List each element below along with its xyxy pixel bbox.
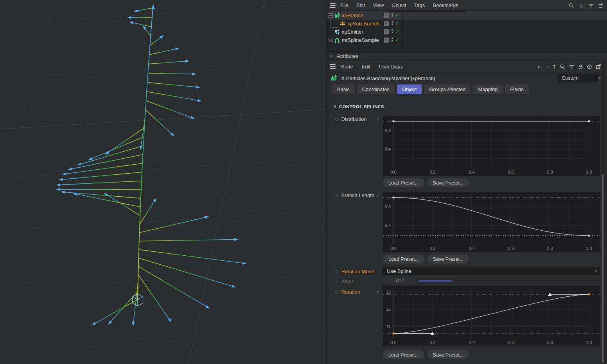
param-branch-length-label: ◇ Branch Length › [327, 191, 383, 199]
svg-text:0.8: 0.8 [385, 128, 391, 133]
attributes-panel-title: Attributes [337, 53, 358, 59]
layer-toggle-dots[interactable] [391, 29, 393, 33]
home-icon[interactable]: ⌂ [578, 2, 584, 9]
object-row-mtsplinesample[interactable]: + mtSplineSample ✎ ✓ [327, 36, 607, 44]
tab-groups-affected[interactable]: Groups Affected [424, 84, 471, 94]
svg-text:0.0: 0.0 [390, 246, 396, 251]
svg-text:0.2: 0.2 [429, 340, 435, 345]
section-control-splines[interactable]: ▼ CONTROL SPLINES [327, 102, 607, 111]
object-name[interactable]: xpSub-Branch [347, 21, 379, 27]
external-link-icon[interactable] [595, 64, 602, 70]
section-title: CONTROL SPLINES [339, 104, 384, 109]
expand-expander-icon[interactable]: + [329, 38, 333, 42]
expand-arrow-icon[interactable]: › [377, 289, 379, 295]
filter-icon[interactable] [588, 2, 594, 9]
load-preset-button[interactable]: Load Preset... [383, 255, 424, 264]
svg-text:0.6: 0.6 [508, 246, 514, 251]
menu-user-data[interactable]: User Data [379, 64, 402, 70]
svg-text:0.8: 0.8 [385, 204, 391, 209]
external-link-icon[interactable] [598, 2, 604, 9]
diamond-icon[interactable]: ◇ [335, 289, 338, 294]
menu-mode[interactable]: Mode [340, 64, 353, 70]
tab-mapping[interactable]: Mapping [473, 84, 503, 94]
layer-toggle-dots[interactable] [391, 21, 393, 25]
angle-slider[interactable] [418, 280, 600, 282]
angle-value-field[interactable]: 70 ° [383, 277, 416, 284]
rotation-spline-editor[interactable]: 1312110.00.20.40.60.81.0 [383, 286, 600, 346]
object-row-xpemitter[interactable]: xpEmitter ✎ ✓ [327, 28, 607, 36]
xp-sub-branch-object-icon [339, 21, 346, 27]
enabled-check-icon[interactable]: ✓ [395, 12, 399, 18]
preset-selector-dropdown[interactable]: Custom ▾ [558, 74, 603, 82]
menu-bookmarks[interactable]: Bookmarks [433, 2, 458, 8]
enabled-check-icon[interactable]: ✓ [395, 37, 399, 43]
save-preset-button[interactable]: Save Preset... [427, 255, 469, 264]
layer-toggle-dots[interactable] [391, 38, 393, 41]
menu-edit[interactable]: Edit [356, 2, 365, 8]
lock-icon[interactable] [577, 64, 584, 70]
svg-text:1.0: 1.0 [586, 170, 592, 174]
tab-object[interactable]: Object [397, 84, 422, 94]
hamburger-menu-icon[interactable] [330, 64, 336, 69]
menu-view[interactable]: View [373, 2, 384, 8]
diamond-icon[interactable]: ◇ [335, 193, 338, 198]
enabled-check-icon[interactable]: ✓ [395, 20, 399, 26]
hamburger-menu-icon[interactable] [330, 3, 336, 8]
edit-badge-icon[interactable]: ✎ [384, 13, 389, 18]
svg-text:12: 12 [386, 307, 391, 312]
layer-toggle-dots[interactable] [391, 13, 393, 17]
svg-text:0.2: 0.2 [429, 246, 435, 251]
close-icon[interactable]: × [330, 54, 333, 59]
rotation-mode-value: Use Spline [383, 268, 595, 274]
object-row-xpsub-branch[interactable]: xpSub-Branch ✎ ✓ [327, 20, 607, 28]
menu-tags[interactable]: Tags [414, 2, 425, 8]
forward-arrow-icon[interactable]: → [545, 64, 550, 70]
expand-arrow-icon[interactable]: › [377, 116, 379, 122]
tab-coordinates[interactable]: Coordinates [357, 84, 395, 94]
expand-arrow-icon[interactable]: › [377, 192, 379, 198]
branch-length-spline-editor[interactable]: 0.80.40.00.20.40.60.81.0 [383, 192, 600, 252]
tab-basic[interactable]: Basic [332, 84, 355, 94]
search-icon[interactable] [568, 2, 575, 9]
mt-spline-sample-object-icon [334, 37, 340, 43]
search-icon[interactable] [559, 64, 566, 70]
application-window: File Edit View Object Tags Bookmarks ⌂ [0, 0, 607, 364]
edit-badge-icon[interactable]: ✎ [384, 38, 389, 43]
scrollbar[interactable] [602, 61, 605, 364]
svg-text:1.0: 1.0 [586, 246, 592, 251]
svg-text:0.4: 0.4 [469, 170, 474, 174]
object-name[interactable]: xpEmitter [342, 29, 363, 35]
edit-badge-icon[interactable]: ✎ [384, 21, 389, 26]
object-name[interactable]: mtSplineSample [342, 37, 379, 43]
scrollbar-thumb[interactable] [602, 174, 604, 363]
load-preset-button[interactable]: Load Preset... [383, 350, 424, 359]
menu-file[interactable]: File [340, 2, 348, 8]
viewport-3d[interactable] [0, 0, 326, 364]
save-preset-button[interactable]: Save Preset... [427, 178, 469, 187]
collapse-expander-icon[interactable]: − [329, 13, 333, 18]
load-preset-button[interactable]: Load Preset... [383, 178, 424, 187]
branch-length-preset-buttons: Load Preset... Save Preset... [383, 255, 469, 264]
rotation-mode-dropdown[interactable]: Use Spline ▾ [383, 267, 600, 275]
tab-fields[interactable]: Fields [505, 84, 529, 94]
target-icon[interactable] [586, 64, 593, 70]
up-arrow-icon[interactable]: ↑ [552, 64, 557, 70]
object-title: X-Particles Branching Modifier [xpBranch… [341, 75, 435, 81]
diamond-icon[interactable]: ◇ [335, 269, 338, 274]
distribution-spline-editor[interactable]: 0.80.40.00.20.40.60.81.0 [383, 116, 600, 176]
xp-emitter-object-icon [334, 29, 340, 35]
object-manager-list: − xpBranch ✎ ✓ xpSub-Branch [327, 11, 607, 51]
menu-object[interactable]: Object [391, 2, 406, 8]
svg-text:0.4: 0.4 [469, 340, 474, 345]
enabled-check-icon[interactable]: ✓ [395, 29, 399, 34]
object-name[interactable]: xpBranch [342, 13, 363, 18]
object-row-xpbranch[interactable]: − xpBranch ✎ ✓ [327, 11, 607, 20]
diamond-icon[interactable]: ◇ [335, 117, 338, 122]
edit-badge-icon[interactable]: ✎ [384, 29, 389, 34]
menu-edit[interactable]: Edit [362, 64, 370, 70]
filter-icon[interactable] [568, 64, 575, 70]
back-arrow-icon[interactable]: ← [537, 64, 542, 70]
svg-text:1.0: 1.0 [586, 340, 592, 345]
svg-text:0.2: 0.2 [429, 170, 435, 174]
save-preset-button[interactable]: Save Preset... [427, 350, 469, 359]
